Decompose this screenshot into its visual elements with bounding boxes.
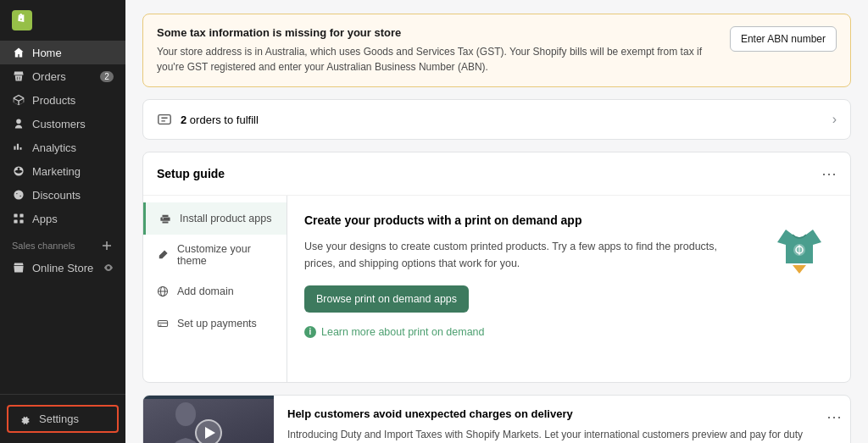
- setup-image: [765, 213, 833, 313]
- sidebar-item-customers-label: Customers: [32, 118, 86, 130]
- sidebar-item-online-store-label: Online Store: [32, 262, 93, 274]
- sidebar-item-products[interactable]: Products: [0, 88, 125, 112]
- tax-banner-text: Your store address is in Australia, whic…: [157, 44, 720, 75]
- svg-rect-11: [159, 324, 162, 325]
- learn-more-link[interactable]: i Learn more about print on demand: [304, 326, 833, 338]
- setup-step-payments-label: Set up payments: [177, 318, 257, 329]
- video-content: Help customers avoid unexpected charges …: [274, 396, 818, 443]
- apps-icon: [12, 212, 25, 225]
- svg-rect-5: [159, 115, 170, 125]
- marketing-icon: [12, 164, 25, 178]
- card-icon: [155, 316, 170, 331]
- add-sales-channel-button[interactable]: [100, 239, 114, 252]
- globe-icon: [155, 284, 170, 299]
- info-icon: i: [304, 326, 316, 338]
- fulfill-chevron-icon: ›: [832, 112, 837, 127]
- customers-icon: [12, 117, 25, 130]
- video-thumbnail: [143, 396, 274, 443]
- sales-channels-label: Sales channels: [12, 241, 75, 251]
- products-icon: [12, 93, 25, 107]
- setup-steps-list: Install product apps Customize your them…: [143, 196, 287, 382]
- discounts-icon: [12, 188, 25, 202]
- svg-rect-3: [14, 219, 17, 223]
- video-menu-button[interactable]: ⋯: [818, 396, 850, 443]
- setup-step-payments[interactable]: Set up payments: [143, 307, 287, 340]
- eye-icon: [103, 263, 114, 273]
- orders-icon: [12, 69, 25, 83]
- store-icon: [12, 261, 25, 274]
- orders-badge: 2: [100, 71, 114, 82]
- browse-apps-button[interactable]: Browse print on demand apps: [304, 285, 469, 313]
- sidebar-nav: Home Orders 2 Products: [0, 37, 125, 394]
- setup-guide-title: Setup guide: [157, 167, 225, 180]
- video-title: Help customers avoid unexpected charges …: [287, 407, 804, 420]
- setup-guide-header: Setup guide ⋯: [143, 152, 850, 196]
- setup-guide-body: Install product apps Customize your them…: [143, 196, 850, 382]
- video-desc: Introducing Duty and Import Taxes with S…: [287, 427, 804, 443]
- svg-rect-1: [14, 213, 17, 217]
- setup-content-title: Create your products with a print on dem…: [304, 213, 748, 230]
- setup-step-domain-label: Add domain: [177, 285, 234, 297]
- tax-banner: Some tax information is missing for your…: [142, 14, 851, 87]
- setup-step-add-domain[interactable]: Add domain: [143, 275, 287, 307]
- fulfill-count: 2: [181, 114, 186, 126]
- svg-point-16: [175, 402, 196, 426]
- setup-active-content: Create your products with a print on dem…: [287, 196, 850, 382]
- fulfill-label1: orders: [190, 114, 221, 126]
- sidebar-item-products-label: Products: [32, 94, 75, 107]
- settings-item[interactable]: Settings: [7, 405, 119, 433]
- tax-banner-content: Some tax information is missing for your…: [157, 26, 720, 75]
- sidebar-item-apps-label: Apps: [32, 213, 58, 225]
- sidebar-item-discounts[interactable]: Discounts: [0, 183, 125, 207]
- sidebar-item-home[interactable]: Home: [0, 41, 125, 64]
- home-icon: [12, 46, 25, 59]
- tshirt-graphic: [769, 213, 830, 274]
- sidebar-item-marketing-label: Marketing: [32, 165, 81, 178]
- video-person-bg: [143, 399, 274, 443]
- enter-abn-button[interactable]: Enter ABN number: [730, 26, 837, 52]
- svg-marker-15: [793, 265, 806, 274]
- video-card: Help customers avoid unexpected charges …: [142, 395, 851, 443]
- tax-banner-title: Some tax information is missing for your…: [157, 26, 720, 39]
- fulfill-label2: to fulfill: [224, 114, 258, 126]
- sidebar: Home Orders 2 Products: [0, 0, 125, 443]
- sidebar-bottom: Settings: [0, 394, 125, 443]
- sidebar-logo: [0, 0, 125, 37]
- fulfill-icon: [157, 112, 172, 127]
- setup-step-install-apps[interactable]: Install product apps: [143, 202, 287, 235]
- setup-guide: Setup guide ⋯ Install product apps: [142, 152, 851, 383]
- analytics-icon: [12, 141, 25, 154]
- sidebar-item-online-store[interactable]: Online Store: [0, 256, 125, 280]
- setup-content-desc: Use your designs to create custom printe…: [304, 238, 748, 272]
- sidebar-item-analytics[interactable]: Analytics: [0, 136, 125, 159]
- setup-step-install-apps-label: Install product apps: [180, 213, 271, 224]
- printer-icon: [158, 211, 173, 226]
- sidebar-item-customers[interactable]: Customers: [0, 112, 125, 136]
- setup-text: Create your products with a print on dem…: [304, 213, 748, 313]
- sales-channels-section: Sales channels: [0, 230, 125, 256]
- brush-icon: [155, 247, 170, 263]
- svg-rect-9: [158, 321, 167, 327]
- sidebar-item-marketing[interactable]: Marketing: [0, 159, 125, 183]
- setup-step-customize-theme[interactable]: Customize your theme: [143, 235, 287, 275]
- fulfill-bar-left: 2 orders to fulfill: [157, 112, 259, 127]
- play-button[interactable]: [195, 419, 222, 444]
- sidebar-item-analytics-label: Analytics: [32, 141, 76, 154]
- svg-rect-2: [19, 213, 23, 217]
- fulfill-bar-text: 2 orders to fulfill: [181, 114, 259, 126]
- sidebar-item-discounts-label: Discounts: [32, 189, 81, 202]
- setup-content-inner: Create your products with a print on dem…: [304, 213, 833, 313]
- learn-more-text: Learn more about print on demand: [321, 326, 485, 338]
- sidebar-item-orders[interactable]: Orders 2: [0, 64, 125, 88]
- shopify-icon: [12, 10, 32, 30]
- settings-label: Settings: [39, 413, 79, 425]
- svg-rect-4: [19, 219, 23, 223]
- main-content: Some tax information is missing for your…: [125, 0, 868, 443]
- sidebar-item-apps[interactable]: Apps: [0, 207, 125, 230]
- setup-step-customize-label: Customize your theme: [177, 243, 275, 267]
- sidebar-item-home-label: Home: [32, 47, 62, 59]
- fulfill-bar[interactable]: 2 orders to fulfill ›: [142, 99, 851, 140]
- sidebar-item-orders-label: Orders: [32, 70, 66, 83]
- settings-icon: [20, 413, 32, 425]
- setup-guide-menu-button[interactable]: ⋯: [821, 164, 837, 183]
